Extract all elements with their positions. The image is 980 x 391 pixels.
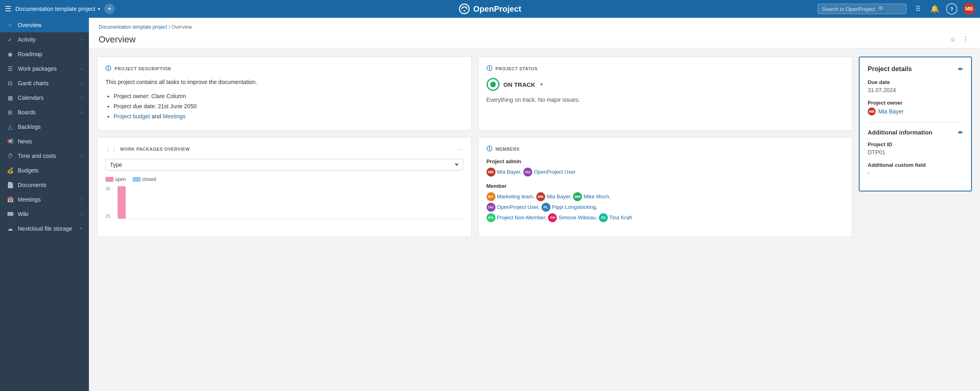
calendars-icon: ▦ — [6, 95, 14, 101]
member-ou-2[interactable]: OpenProject User, — [497, 204, 540, 210]
arrow-icon: › — [81, 81, 82, 86]
description-list: Project owner: Clare Column Project due … — [105, 91, 463, 122]
member-label: Member — [487, 183, 844, 189]
chart-area: 30 25 — [105, 186, 463, 227]
due-date-field: Due date 31.07.2024 — [868, 79, 963, 93]
arrow-icon: › — [81, 95, 82, 100]
time-icon: ⏱ — [6, 153, 14, 159]
news-icon: 📢 — [6, 138, 14, 145]
sidebar-item-documents[interactable]: 📄 Documents — [0, 178, 89, 192]
x-axis-line — [118, 219, 463, 219]
user-avatar[interactable]: MB — [963, 3, 975, 15]
chart-container: open closed 30 — [105, 177, 463, 227]
documents-icon: 📄 — [6, 182, 14, 188]
member-mia-bayer[interactable]: Mia Bayer, — [497, 169, 522, 175]
avatar: PL — [542, 203, 550, 212]
member-openproject-user[interactable]: OpenProject User — [534, 169, 575, 175]
owner-link[interactable]: MB Mia Bayer — [868, 107, 963, 116]
sidebar-item-boards[interactable]: ⊞ Boards › — [0, 105, 89, 120]
sidebar-item-meetings[interactable]: 📅 Meetings › — [0, 192, 89, 207]
sidebar-item-overview[interactable]: ○ Overview — [0, 18, 89, 32]
sidebar-item-time-costs[interactable]: ⏱ Time and costs › — [0, 149, 89, 163]
project-status-card: ⓘ PROJECT STATUS ON TRACK ▾ Everything o… — [478, 57, 853, 130]
members-list: MT Marketing team, MB Mia Bayer, MM Mike… — [487, 192, 844, 201]
content-side: Project details ✏ Due date 31.07.2024 Pr… — [859, 57, 972, 383]
sidebar-item-backlogs[interactable]: △ Backlogs — [0, 120, 89, 134]
page-actions: ☆ ⋮ — [948, 34, 970, 45]
meetings-link[interactable]: Meetings — [162, 113, 185, 120]
member-tina[interactable]: Tina Kraft — [609, 214, 632, 221]
project-id-value: DTP01 — [868, 149, 963, 156]
search-bar[interactable]: Search in OpenProject 🔍 — [818, 4, 906, 14]
favorite-button[interactable]: ☆ — [948, 34, 957, 45]
member-marketing-team[interactable]: Marketing team, — [497, 193, 535, 200]
avatar: MT — [487, 192, 495, 201]
sidebar-item-activity[interactable]: ✓ Activity › — [0, 32, 89, 47]
arrow-icon: › — [81, 212, 82, 217]
member-project-non-member[interactable]: Project Non-Member, — [497, 214, 547, 221]
gantt-icon: ⊟ — [6, 80, 14, 86]
project-admin-section: Project admin MB Mia Bayer, OU OpenProje… — [487, 158, 844, 177]
budgets-icon: 💰 — [6, 167, 14, 174]
wp-header: ⋮⋮ WORK PACKAGES OVERVIEW ⋯ — [105, 145, 463, 153]
avatar: OU — [487, 203, 495, 212]
more-options-button[interactable]: ⋮ — [961, 34, 970, 45]
project-name[interactable]: Documentation template project ▾ — [15, 6, 100, 12]
content-main: ⓘ PROJECT DESCRIPTION This project conta… — [97, 57, 852, 383]
bottom-cards-row: ⋮⋮ WORK PACKAGES OVERVIEW ⋯ Type — [97, 137, 852, 237]
details-edit-icon[interactable]: ✏ — [958, 66, 963, 72]
main-content: Documentation template project / Overvie… — [89, 18, 980, 391]
legend-closed-label: closed — [142, 177, 156, 182]
owner-field: Project owner MB Mia Bayer — [868, 100, 963, 116]
bell-icon[interactable]: 🔔 — [929, 3, 940, 15]
wp-more-icon[interactable]: ⋯ — [457, 145, 463, 153]
info-icon: ⓘ — [105, 65, 112, 72]
chart-legend: open closed — [105, 177, 463, 182]
sidebar-item-work-packages[interactable]: ☰ Work packages › — [0, 61, 89, 76]
meetings-icon: 📅 — [6, 196, 14, 203]
project-details-card: Project details ✏ Due date 31.07.2024 Pr… — [859, 57, 972, 191]
sidebar-item-gantt[interactable]: ⊟ Gantt charts › — [0, 76, 89, 90]
grid-icon[interactable]: ⠿ — [912, 3, 923, 15]
breadcrumb: Documentation template project / Overvie… — [99, 22, 970, 32]
top-cards-row: ⓘ PROJECT DESCRIPTION This project conta… — [97, 57, 852, 130]
list-item: Project due date: 21st June 2050 — [114, 101, 463, 111]
sidebar-item-nextcloud[interactable]: ☁ Nextcloud file storage ↗ — [0, 221, 89, 236]
legend-open-color — [105, 177, 114, 182]
member-mia-bayer-2[interactable]: Mia Bayer, — [547, 193, 571, 200]
project-budget-link[interactable]: Project budget — [114, 113, 150, 120]
project-id-field: Project ID DTP01 — [868, 141, 963, 156]
sidebar-item-budgets[interactable]: 💰 Budgets — [0, 163, 89, 178]
create-button[interactable]: + — [104, 4, 115, 14]
member-mike-moch[interactable]: Mike Moch, — [584, 193, 610, 200]
sidebar-item-calendars[interactable]: ▦ Calendars › — [0, 90, 89, 105]
project-description-card: ⓘ PROJECT DESCRIPTION This project conta… — [97, 57, 472, 130]
members-list-2: OU OpenProject User, PL Pippi Longstocki… — [487, 203, 844, 212]
hamburger-icon[interactable]: ☰ — [5, 4, 11, 13]
backlogs-icon: △ — [6, 124, 14, 130]
sidebar: ○ Overview ✓ Activity › ◉ Roadmap ☰ Work… — [0, 18, 89, 391]
owner-value: MB Mia Bayer — [868, 107, 963, 116]
custom-field-field: Additional custom field - — [868, 162, 963, 176]
members-info-icon: ⓘ — [487, 145, 493, 153]
wiki-icon: 📖 — [6, 211, 14, 217]
wp-type-select[interactable]: Type — [105, 159, 463, 171]
sidebar-item-news[interactable]: 📢 News — [0, 134, 89, 149]
help-icon[interactable]: ? — [946, 3, 957, 15]
project-admin-label: Project admin — [487, 158, 844, 164]
additional-edit-icon[interactable]: ✏ — [958, 129, 963, 136]
status-row: ON TRACK ▾ — [487, 78, 844, 91]
page-title-row: Overview ☆ ⋮ — [99, 32, 970, 48]
sidebar-item-wiki[interactable]: 📖 Wiki › — [0, 207, 89, 221]
due-date-label: Due date — [868, 79, 963, 85]
sidebar-item-roadmap[interactable]: ◉ Roadmap — [0, 47, 89, 61]
legend-closed-color — [133, 177, 141, 182]
member-pippi[interactable]: Pippi Longstocking, — [552, 204, 598, 210]
status-label[interactable]: ON TRACK — [504, 81, 535, 88]
breadcrumb-project-link[interactable]: Documentation template project — [99, 24, 167, 30]
admin-members-list: MB Mia Bayer, OU OpenProject User — [487, 168, 844, 177]
member-simone[interactable]: Simone Wibeau, — [558, 214, 597, 221]
drag-handle-icon[interactable]: ⋮⋮ — [105, 146, 117, 152]
custom-field-value: - — [868, 170, 963, 176]
description-body: This project contains all tasks to impro… — [105, 78, 463, 86]
